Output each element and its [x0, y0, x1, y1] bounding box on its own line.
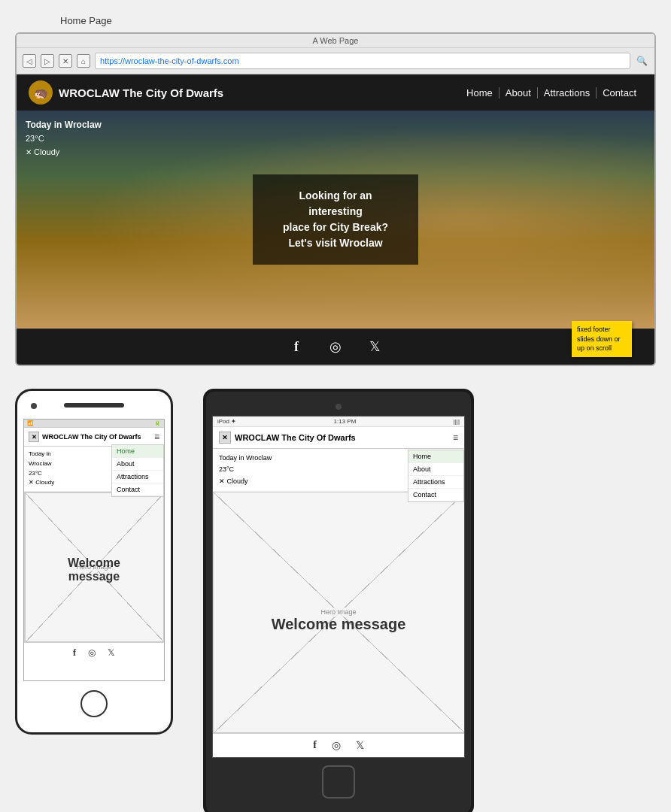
browser-chrome: ◁ ▷ ✕ ⌂ 🔍: [17, 48, 654, 74]
page-label: Home Page: [60, 15, 656, 26]
instagram-icon[interactable]: ◎: [326, 338, 345, 356]
mobile-nav-home[interactable]: Home: [112, 445, 163, 458]
tablet-camera: [336, 404, 342, 410]
mobile-welcome-message: Welcome message: [68, 556, 120, 583]
tablet-status-time: 1:13 PM: [334, 418, 357, 425]
lower-section: 📶 🔋 ✕ WROCLAW The City Of Dwarfs ≡ Home …: [15, 389, 656, 812]
forward-button[interactable]: ▷: [41, 54, 54, 68]
mobile-logo-icon: ✕: [29, 432, 39, 442]
facebook-icon[interactable]: f: [287, 338, 305, 356]
nav-about[interactable]: About: [499, 87, 538, 98]
mobile-header-wrapper: ✕ WROCLAW The City Of Dwarfs ≡ Home Abou…: [24, 428, 164, 447]
phone-camera: [31, 403, 37, 409]
phone-speaker: [64, 403, 124, 408]
weather-city: Today in Wroclaw: [26, 118, 102, 132]
tablet-status-left: iPod ✦: [217, 418, 236, 425]
back-button[interactable]: ◁: [23, 54, 36, 68]
nav-attractions[interactable]: Attractions: [538, 87, 597, 98]
tablet-hero: Hero Image Welcome message: [213, 492, 464, 732]
tablet-welcome-message: Welcome message: [272, 615, 406, 632]
tablet-logo: ✕ WROCLAW The City Of Dwarfs: [219, 432, 356, 444]
tablet-logo-icon: ✕: [219, 432, 231, 444]
mobile-nav-attractions[interactable]: Attractions: [112, 471, 163, 483]
twitter-icon[interactable]: 𝕏: [366, 338, 384, 356]
tablet-nav-about[interactable]: About: [408, 463, 463, 476]
tablet-home-button[interactable]: [322, 765, 355, 798]
tablet-nav-attractions[interactable]: Attractions: [408, 476, 463, 489]
tablet-twitter-icon[interactable]: 𝕏: [356, 739, 364, 751]
weather-condition: ✕ Cloudy: [26, 146, 102, 159]
tablet-site-header: ✕ WROCLAW The City Of Dwarfs ≡: [213, 427, 464, 449]
mobile-nav-contact[interactable]: Contact: [112, 483, 163, 496]
phone-device: 📶 🔋 ✕ WROCLAW The City Of Dwarfs ≡ Home …: [15, 389, 173, 735]
home-button[interactable]: ⌂: [77, 54, 90, 68]
mobile-footer: f ◎ 𝕏: [24, 642, 164, 663]
tablet-footer: f ◎ 𝕏: [213, 732, 464, 757]
tablet-hamburger-icon[interactable]: ≡: [453, 432, 458, 443]
tablet-weather-icon: ✕: [219, 477, 225, 485]
hamburger-icon[interactable]: ≡: [154, 432, 159, 442]
mobile-twitter-icon[interactable]: 𝕏: [108, 647, 115, 659]
mobile-hero-image: Hero Image Welcome message: [25, 492, 163, 641]
phone-screen: 📶 🔋 ✕ WROCLAW The City Of Dwarfs ≡ Home …: [23, 419, 165, 681]
weather-widget: Today in Wroclaw 23°C ✕ Cloudy: [26, 118, 102, 159]
hero-section: Today in Wroclaw 23°C ✕ Cloudy Looking f…: [17, 111, 654, 329]
browser-title-bar: A Web Page: [17, 34, 654, 48]
site-nav: Home About Attractions Contact: [460, 87, 642, 98]
mobile-logo: ✕ WROCLAW The City Of Dwarfs: [29, 432, 141, 442]
mobile-weather-icon: ✕: [29, 479, 34, 486]
tablet-status-bar: iPod ✦ 1:13 PM ||||: [213, 417, 464, 427]
tablet-instagram-icon[interactable]: ◎: [332, 739, 341, 751]
weather-icon: ✕: [26, 147, 32, 159]
site-footer: f ◎ 𝕏 fixed footer slides down or up on …: [17, 329, 654, 365]
search-icon[interactable]: 🔍: [635, 54, 648, 68]
mobile-nav-dropdown: Home About Attractions Contact: [111, 444, 164, 497]
close-button[interactable]: ✕: [59, 54, 72, 68]
mobile-instagram-icon[interactable]: ◎: [88, 647, 96, 659]
weather-temp: 23°C: [26, 132, 102, 146]
tablet-site-title: WROCLAW The City Of Dwarfs: [235, 433, 356, 442]
tablet-nav-dropdown: Home About Attractions Contact: [408, 450, 464, 502]
site-title: WROCLAW The City Of Dwarfs: [59, 86, 223, 99]
tablet-screen: iPod ✦ 1:13 PM |||| ✕ WROCLAW The City O…: [212, 416, 465, 758]
tablet-status-right: ||||: [454, 418, 460, 425]
tablet-header-wrapper: ✕ WROCLAW The City Of Dwarfs ≡ Home Abou…: [213, 427, 464, 449]
nav-contact[interactable]: Contact: [597, 87, 642, 98]
nav-home[interactable]: Home: [460, 87, 499, 98]
browser-title: A Web Page: [313, 36, 359, 45]
tablet-hero-image: Hero Image Welcome message: [213, 492, 464, 732]
logo-icon: 🦔: [29, 80, 53, 105]
mobile-hero: Hero Image Welcome message: [24, 492, 164, 642]
tablet-device: iPod ✦ 1:13 PM |||| ✕ WROCLAW The City O…: [203, 389, 474, 812]
site-logo: 🦔 WROCLAW The City Of Dwarfs: [29, 80, 223, 105]
browser-window: A Web Page ◁ ▷ ✕ ⌂ 🔍 🦔 WROCLAW The City …: [15, 32, 656, 366]
site-header: 🦔 WROCLAW The City Of Dwarfs Home About …: [17, 74, 654, 111]
hero-line2: place for City Break?: [271, 220, 400, 235]
hero-line3: Let's visit Wroclaw: [271, 235, 400, 251]
sticky-note: fixed footer slides down or up on scroll: [572, 321, 632, 357]
tablet-nav-home[interactable]: Home: [408, 450, 463, 463]
mobile-nav-about[interactable]: About: [112, 458, 163, 471]
hero-line1: Looking for an interesting: [271, 188, 400, 220]
tablet-facebook-icon[interactable]: f: [313, 739, 317, 751]
mobile-facebook-icon[interactable]: f: [73, 647, 76, 659]
hero-message-box: Looking for an interesting place for Cit…: [253, 174, 418, 265]
phone-home-button[interactable]: [80, 690, 108, 717]
tablet-nav-contact[interactable]: Contact: [408, 489, 463, 501]
browser-body: 🦔 WROCLAW The City Of Dwarfs Home About …: [17, 74, 654, 365]
mobile-status-bar: 📶 🔋: [24, 420, 164, 428]
address-bar[interactable]: [95, 53, 630, 69]
mobile-site-title: WROCLAW The City Of Dwarfs: [42, 433, 141, 441]
